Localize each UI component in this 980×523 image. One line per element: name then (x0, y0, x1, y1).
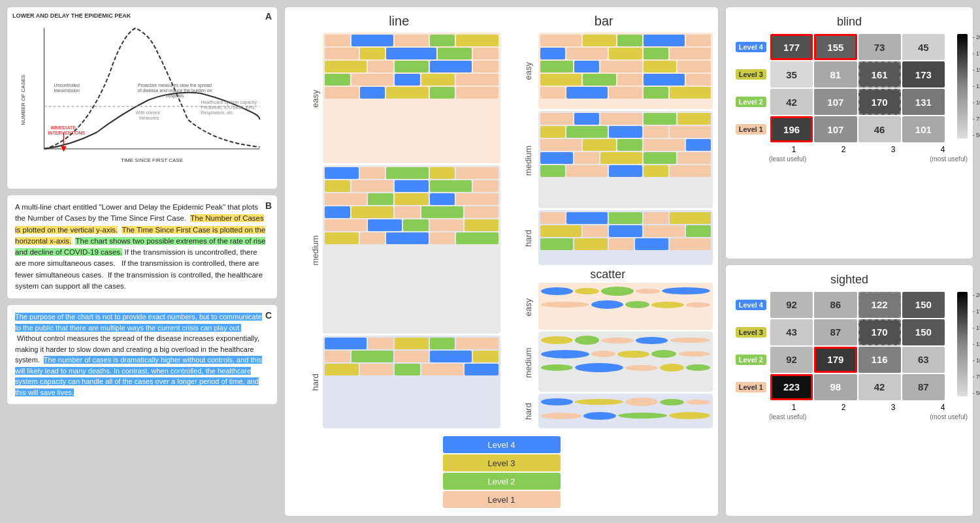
sighted-cell-4-2: 86 (814, 292, 857, 318)
blind-matrix-title: blind (731, 15, 968, 29)
blind-cell-1-1: 196 (770, 116, 813, 142)
sighted-cell-2-4: 63 (902, 347, 945, 373)
sighted-level4-badge: Level 4 (736, 300, 766, 310)
svg-text:Healthcare system capacity:: Healthcare system capacity: (201, 100, 259, 105)
svg-text:INTERVENTIONS: INTERVENTIONS (48, 131, 86, 135)
blind-cell-1-2: 107 (814, 116, 857, 142)
sighted-row-label-1: Level 1 (731, 374, 769, 400)
sighted-cell-3-2: 87 (814, 319, 857, 345)
svg-text:NUMBER OF CASES: NUMBER OF CASES (20, 74, 26, 125)
blind-x-3: 3 (868, 145, 918, 154)
blind-row-label-4: Level 4 (731, 34, 769, 60)
legend-level2: Level 2 (443, 473, 561, 490)
blind-cell-3-2: 81 (814, 61, 857, 87)
blind-row-label-3: Level 3 (731, 61, 769, 87)
panel-b: B A multi-line chart entitled "Lower and… (7, 195, 278, 299)
bar-easy-label: easy (523, 33, 533, 110)
line-chart-title: line (297, 14, 502, 29)
blind-x-most: (most useful) (930, 155, 968, 163)
sighted-level2-badge: Level 2 (736, 355, 766, 365)
sighted-matrix-box: sighted Level 4 92 86 122 150 Level 3 43… (725, 264, 973, 517)
sighted-row-label-4: Level 4 (731, 292, 769, 318)
svg-text:Uncontrolled: Uncontrolled (54, 83, 80, 87)
svg-text:Proactive measures slow the sp: Proactive measures slow the spread (138, 83, 212, 88)
epidemic-curve-chart: NUMBER OF CASES TIME SINCE FIRST CASE IM… (12, 22, 272, 172)
blind-row-label-2: Level 2 (731, 89, 769, 115)
sighted-cell-1-4: 87 (902, 374, 945, 400)
legend-level4: Level 4 (443, 436, 561, 453)
sighted-matrix-title: sighted (731, 273, 968, 287)
sighted-cell-4-4: 150 (902, 292, 945, 318)
svg-text:of disease and reduce the burd: of disease and reduce the burden on (137, 88, 212, 93)
svg-text:Respirators, etc.: Respirators, etc. (201, 110, 235, 116)
blind-cell-3-1: 35 (770, 61, 813, 87)
svg-text:Personnel, ICU beds, ERs,: Personnel, ICU beds, ERs, (201, 105, 256, 110)
blind-cell-4-1: 177 (770, 34, 813, 60)
blind-x-least: (least useful) (769, 155, 806, 163)
sighted-row-label-2: Level 2 (731, 347, 769, 373)
blind-cell-2-4: 131 (902, 89, 945, 115)
sighted-x-2: 2 (819, 403, 868, 412)
blind-row-label-1: Level 1 (731, 116, 769, 142)
blind-level1-badge: Level 1 (736, 124, 766, 135)
blind-x-1: 1 (769, 145, 819, 154)
line-hard-label: hard (310, 336, 320, 428)
legend-level3: Level 3 (443, 454, 561, 471)
blind-cell-2-1: 42 (770, 89, 813, 115)
left-panel: A LOWER AND DELAY THE EPIDEMIC PEAK NUMB… (7, 7, 278, 516)
legend-level1: Level 1 (443, 491, 561, 508)
sighted-cell-1-2: 98 (814, 374, 857, 400)
blind-level2-badge: Level 2 (736, 97, 766, 107)
blind-cell-1-4: 101 (902, 116, 945, 142)
line-medium-label: medium (310, 165, 320, 336)
blind-cell-2-3: 170 (858, 89, 901, 115)
panel-b-label: B (265, 199, 272, 213)
panel-c-text: The purpose of the chart is not to provi… (15, 311, 269, 398)
blind-cell-4-3: 73 (858, 34, 901, 60)
sighted-cell-1-1: 223 (770, 374, 813, 400)
blind-cell-2-2: 107 (814, 89, 857, 115)
sighted-cell-2-3: 116 (858, 347, 901, 373)
blind-cell-4-4: 45 (902, 34, 945, 60)
panel-c-label: C (265, 309, 272, 323)
sighted-cell-1-3: 42 (858, 374, 901, 400)
bar-chart-title: bar (502, 14, 707, 29)
blind-level3-badge: Level 3 (736, 69, 766, 80)
sighted-row-label-3: Level 3 (731, 319, 769, 345)
blind-cell-1-3: 46 (858, 116, 901, 142)
sighted-cell-4-3: 122 (858, 292, 901, 318)
sighted-cell-3-4: 150 (902, 319, 945, 345)
panel-b-text: A multi-line chart entitled "Lower and D… (15, 202, 269, 292)
blind-cell-3-4: 173 (902, 61, 945, 87)
sighted-x-3: 3 (868, 403, 918, 412)
panel-c: C The purpose of the chart is not to pro… (7, 304, 278, 405)
svg-text:With control: With control (136, 110, 160, 115)
sighted-x-1: 1 (769, 403, 819, 412)
sighted-cell-4-1: 92 (770, 292, 813, 318)
blind-matrix-box: blind Level 4 177 155 73 45 Level 3 35 8… (725, 7, 973, 259)
svg-text:transmission: transmission (54, 88, 80, 93)
right-panel: blind Level 4 177 155 73 45 Level 3 35 8… (725, 7, 973, 516)
scatter-title: scatter (503, 268, 713, 281)
sighted-x-4: 4 (918, 403, 968, 412)
sighted-cell-3-1: 43 (770, 319, 813, 345)
blind-level4-badge: Level 4 (736, 42, 766, 52)
sighted-level3-badge: Level 3 (736, 327, 766, 338)
blind-x-4: 4 (918, 145, 968, 154)
panel-a-label: A (265, 11, 272, 22)
svg-text:measures: measures (139, 116, 159, 120)
bar-medium-label: medium (523, 110, 533, 211)
sighted-cell-2-2: 179 (814, 347, 857, 373)
scatter-medium-label: medium (523, 331, 533, 394)
scatter-easy-label: easy (523, 283, 533, 331)
blind-cell-4-2: 155 (814, 34, 857, 60)
bar-hard-label: hard (523, 211, 533, 265)
chart-a-title: LOWER AND DELAY THE EPIDEMIC PEAK (12, 12, 272, 19)
sighted-x-most: (most useful) (930, 413, 968, 420)
sighted-cell-2-1: 92 (770, 347, 813, 373)
line-easy-label: easy (310, 33, 320, 165)
sighted-level1-badge: Level 1 (736, 382, 766, 392)
svg-text:hospitals: hospitals (166, 93, 184, 99)
sighted-cell-3-3: 170 (858, 319, 901, 345)
blind-cell-3-3: 161 (858, 61, 901, 87)
